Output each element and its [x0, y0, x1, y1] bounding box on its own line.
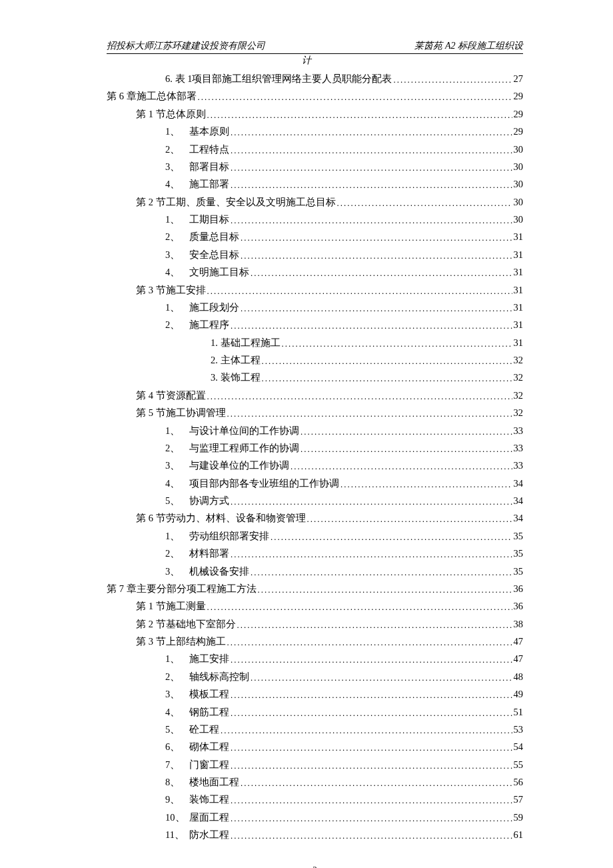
toc-entry-label: 安全总目标 — [189, 246, 239, 263]
toc-entry-label: 劳动组织部署安排 — [189, 527, 269, 545]
toc-leader-dots — [251, 563, 512, 581]
toc-entry-number: 2、 — [165, 316, 189, 333]
toc-entry-label: 防水工程 — [189, 826, 229, 843]
toc-entry-page: 30 — [514, 141, 524, 158]
toc-entry: 4、 文明施工目标 31 — [107, 263, 523, 281]
toc-entry-page: 34 — [514, 475, 524, 492]
toc-entry-number: 1、 — [165, 650, 189, 667]
toc-entry-page: 55 — [514, 756, 524, 773]
toc-leader-dots — [291, 457, 512, 475]
toc-entry-number: 3、 — [165, 158, 189, 175]
toc-entry-page: 33 — [514, 422, 524, 439]
toc-entry: 4、 项目部内部各专业班组的工作协调 34 — [107, 475, 523, 492]
toc-entry: 2、 工程特点30 — [107, 141, 523, 158]
toc-entry: 3、 机械设备安排 35 — [107, 563, 523, 580]
toc-entry: 7、 门窗工程55 — [107, 756, 523, 773]
toc-entry-number: 2、 — [165, 141, 189, 158]
toc-entry-page: 47 — [514, 633, 524, 650]
toc-entry-page: 31 — [514, 316, 524, 333]
toc-entry-number: 3、 — [165, 457, 189, 474]
toc-entry-label: 3. 装饰工程 — [211, 369, 261, 386]
toc-entry-page: 31 — [514, 246, 524, 263]
toc-leader-dots — [241, 229, 512, 246]
toc-leader-dots — [207, 282, 512, 299]
toc-entry-page: 47 — [514, 650, 524, 667]
toc-entry-page: 33 — [514, 439, 524, 457]
toc-entry-number: 4、 — [165, 475, 189, 492]
toc-leader-dots — [231, 686, 512, 703]
toc-leader-dots — [271, 528, 512, 545]
toc-leader-dots — [251, 669, 512, 686]
toc-entry-label: 模板工程 — [189, 685, 229, 703]
toc-entry-number: 第 4 节 — [136, 387, 166, 404]
toc-entry-number: 3、 — [165, 246, 189, 263]
toc-entry: 1、 基本原则29 — [107, 123, 523, 140]
toc-entry-page: 61 — [514, 826, 524, 843]
toc-leader-dots — [237, 616, 512, 633]
toc-entry-page: 35 — [514, 563, 524, 580]
header-divider — [107, 53, 523, 54]
toc-entry-label: 装饰工程 — [189, 791, 229, 808]
toc-entry: 第 3 节 施工安排31 — [107, 281, 523, 299]
toc-entry: 9、 装饰工程57 — [107, 791, 523, 808]
toc-entry-label: 施工程序 — [189, 316, 229, 333]
toc-entry-label: 部署目标 — [189, 158, 229, 175]
toc-entry-page: 36 — [514, 597, 524, 615]
toc-entry: 1、 工期目标30 — [107, 211, 523, 228]
toc-entry-label: 砼工程 — [189, 721, 219, 738]
toc-leader-dots — [231, 791, 512, 809]
toc-leader-dots — [231, 827, 512, 844]
toc-entry-page: 48 — [514, 668, 524, 685]
toc-entry-number: 第 2 节 — [136, 615, 166, 633]
toc-leader-dots — [393, 71, 512, 88]
toc-entry-label: 门窗工程 — [189, 756, 229, 773]
toc-leader-dots — [198, 88, 512, 105]
toc-entry-label: 基础地下室部分 — [166, 615, 236, 633]
toc-entry: 10、 屋面工程59 — [107, 809, 523, 826]
toc-entry-page: 59 — [514, 809, 524, 826]
toc-entry-number: 2、 — [165, 545, 189, 562]
toc-leader-dots — [207, 106, 512, 123]
toc-leader-dots — [231, 809, 512, 827]
toc-entry: 2. 主体工程32 — [107, 351, 523, 369]
toc-entry: 3、 安全总目标31 — [107, 246, 523, 263]
toc-entry-page: 34 — [514, 509, 524, 527]
toc-entry: 2、 轴线标高控制 48 — [107, 668, 523, 685]
toc-entry: 4、 施工部署30 — [107, 175, 523, 193]
toc-leader-dots — [231, 545, 512, 563]
toc-entry: 第 7 章 主要分部分项工程施工方法 36 — [107, 580, 523, 597]
toc-entry-page: 30 — [514, 175, 524, 193]
toc-entry: 4、 钢筋工程51 — [107, 703, 523, 721]
toc-entry-label: 项目部施工组织管理网络主要人员职能分配表 — [192, 70, 392, 87]
toc-entry-number: 1、 — [165, 123, 189, 140]
toc-leader-dots — [258, 581, 512, 598]
toc-entry-label: 材料部署 — [189, 545, 229, 562]
toc-entry: 第 6 节 劳动力、材料、设备和物资管理 34 — [107, 509, 523, 527]
toc-leader-dots — [207, 598, 512, 615]
toc-entry-number: 2、 — [165, 228, 189, 245]
toc-entry: 第 1 节 总体原则29 — [107, 105, 523, 123]
toc-entry-page: 32 — [514, 404, 524, 421]
toc-entry: 2、 施工程序31 — [107, 316, 523, 333]
toc-leader-dots — [231, 159, 512, 176]
toc-entry: 2、 材料部署35 — [107, 545, 523, 562]
header-right-text: 莱茵苑 A2 标段施工组织设 — [414, 40, 523, 52]
toc-entry-page: 31 — [514, 228, 524, 245]
toc-entry-number: 5、 — [165, 721, 189, 738]
toc-entry-number: 第 2 节 — [136, 193, 166, 211]
toc-entry-label: 与设计单位间的工作协调 — [189, 422, 299, 439]
toc-entry: 5、 砼工程53 — [107, 721, 523, 738]
toc-leader-dots — [337, 194, 512, 211]
toc-leader-dots — [231, 493, 512, 510]
toc-entry-label: 楼地面工程 — [189, 773, 239, 791]
toc-entry-number: 9、 — [165, 791, 189, 808]
toc-entry-label: 协调方式 — [189, 492, 229, 509]
toc-entry: 1. 基础工程施工 31 — [107, 334, 523, 351]
toc-entry-label: 总体原则 — [166, 105, 206, 123]
toc-entry-label: 1. 基础工程施工 — [211, 334, 281, 351]
toc-entry: 1、 劳动组织部署安排 35 — [107, 527, 523, 545]
toc-entry-page: 33 — [514, 457, 524, 474]
toc-leader-dots — [231, 704, 512, 721]
toc-entry: 第 1 节 施工测量36 — [107, 597, 523, 615]
toc-entry-number: 3、 — [165, 685, 189, 703]
